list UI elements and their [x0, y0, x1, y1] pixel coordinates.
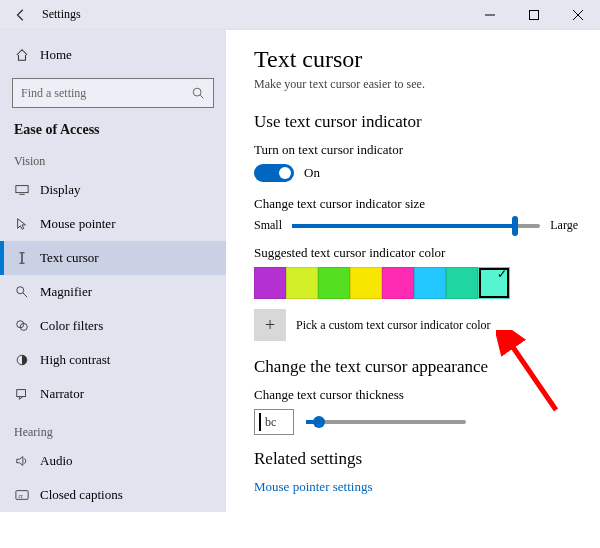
sidebar-item-mouse-pointer[interactable]: Mouse pointer — [0, 207, 226, 241]
svg-line-12 — [23, 293, 27, 297]
sidebar-item-label: High contrast — [40, 352, 110, 368]
color-filters-icon — [14, 318, 30, 334]
svg-text:cc: cc — [19, 493, 24, 499]
home-icon — [14, 47, 30, 63]
indicator-heading: Use text cursor indicator — [254, 112, 578, 132]
captions-icon: cc — [14, 487, 30, 503]
sidebar-item-narrator[interactable]: Narrator — [0, 377, 226, 411]
text-cursor-icon — [14, 250, 30, 266]
window-title: Settings — [42, 7, 81, 22]
search-placeholder: Find a setting — [21, 86, 191, 101]
color-swatch-3[interactable] — [350, 267, 382, 299]
sidebar-item-color-filters[interactable]: Color filters — [0, 309, 226, 343]
size-small-label: Small — [254, 218, 282, 233]
color-swatch-7[interactable] — [478, 267, 510, 299]
search-input[interactable]: Find a setting — [12, 78, 214, 108]
sidebar-item-label: Display — [40, 182, 80, 198]
thickness-row: bc — [254, 409, 578, 435]
custom-color-button[interactable]: + Pick a custom text cursor indicator co… — [254, 309, 578, 341]
svg-rect-6 — [16, 186, 28, 193]
page-title: Text cursor — [254, 46, 578, 73]
display-icon — [14, 182, 30, 198]
sidebar-home[interactable]: Home — [0, 38, 226, 72]
thickness-preview-text: bc — [265, 415, 276, 430]
main-panel: Text cursor Make your text cursor easier… — [226, 30, 600, 512]
home-label: Home — [40, 47, 72, 63]
ease-of-access-heading: Ease of Access — [0, 118, 226, 140]
close-button[interactable] — [556, 0, 600, 30]
svg-point-11 — [17, 287, 24, 294]
sidebar-item-closed-captions[interactable]: cc Closed captions — [0, 478, 226, 512]
toggle-caption: Turn on text cursor indicator — [254, 142, 578, 158]
sidebar: Home Find a setting Ease of Access Visio… — [0, 30, 226, 512]
sidebar-item-label: Narrator — [40, 386, 84, 402]
magnifier-icon — [14, 284, 30, 300]
audio-icon — [14, 453, 30, 469]
search-icon — [191, 86, 205, 100]
color-swatches — [254, 267, 578, 299]
size-slider-row: Small Large — [254, 218, 578, 233]
size-large-label: Large — [550, 218, 578, 233]
related-link[interactable]: Mouse pointer settings — [254, 479, 578, 495]
size-slider[interactable] — [292, 224, 540, 228]
sidebar-item-label: Color filters — [40, 318, 103, 334]
sidebar-item-label: Magnifier — [40, 284, 92, 300]
indicator-toggle[interactable]: On — [254, 164, 578, 182]
thickness-preview: bc — [254, 409, 294, 435]
sidebar-item-high-contrast[interactable]: High contrast — [0, 343, 226, 377]
sidebar-item-label: Audio — [40, 453, 73, 469]
plus-icon: + — [254, 309, 286, 341]
sidebar-item-text-cursor[interactable]: Text cursor — [0, 241, 226, 275]
svg-rect-16 — [17, 390, 26, 397]
maximize-button[interactable] — [512, 0, 556, 30]
color-swatch-0[interactable] — [254, 267, 286, 299]
thickness-slider[interactable] — [306, 420, 466, 424]
size-label: Change text cursor indicator size — [254, 196, 578, 212]
toggle-track — [254, 164, 294, 182]
related-heading: Related settings — [254, 449, 578, 469]
color-swatch-5[interactable] — [414, 267, 446, 299]
appearance-heading: Change the text cursor appearance — [254, 357, 578, 377]
thickness-label: Change text cursor thickness — [254, 387, 578, 403]
page-subtitle: Make your text cursor easier to see. — [254, 77, 578, 92]
sidebar-item-label: Mouse pointer — [40, 216, 115, 232]
back-button[interactable] — [12, 6, 30, 24]
svg-point-4 — [193, 88, 201, 96]
settings-window: Settings Home Find a setting — [0, 0, 600, 512]
sidebar-item-label: Text cursor — [40, 250, 99, 266]
color-swatch-6[interactable] — [446, 267, 478, 299]
color-label: Suggested text cursor indicator color — [254, 245, 578, 261]
color-swatch-1[interactable] — [286, 267, 318, 299]
high-contrast-icon — [14, 352, 30, 368]
color-swatch-4[interactable] — [382, 267, 414, 299]
content-area: Home Find a setting Ease of Access Visio… — [0, 30, 600, 512]
titlebar: Settings — [0, 0, 600, 30]
hearing-group-label: Hearing — [0, 411, 226, 444]
sidebar-item-audio[interactable]: Audio — [0, 444, 226, 478]
toggle-state: On — [304, 165, 320, 181]
svg-line-5 — [200, 95, 203, 98]
pointer-icon — [14, 216, 30, 232]
vision-group-label: Vision — [0, 140, 226, 173]
sidebar-item-label: Closed captions — [40, 487, 123, 503]
sidebar-item-display[interactable]: Display — [0, 173, 226, 207]
minimize-button[interactable] — [468, 0, 512, 30]
svg-rect-1 — [530, 10, 539, 19]
narrator-icon — [14, 386, 30, 402]
sidebar-item-magnifier[interactable]: Magnifier — [0, 275, 226, 309]
color-swatch-2[interactable] — [318, 267, 350, 299]
custom-color-label: Pick a custom text cursor indicator colo… — [296, 318, 491, 333]
